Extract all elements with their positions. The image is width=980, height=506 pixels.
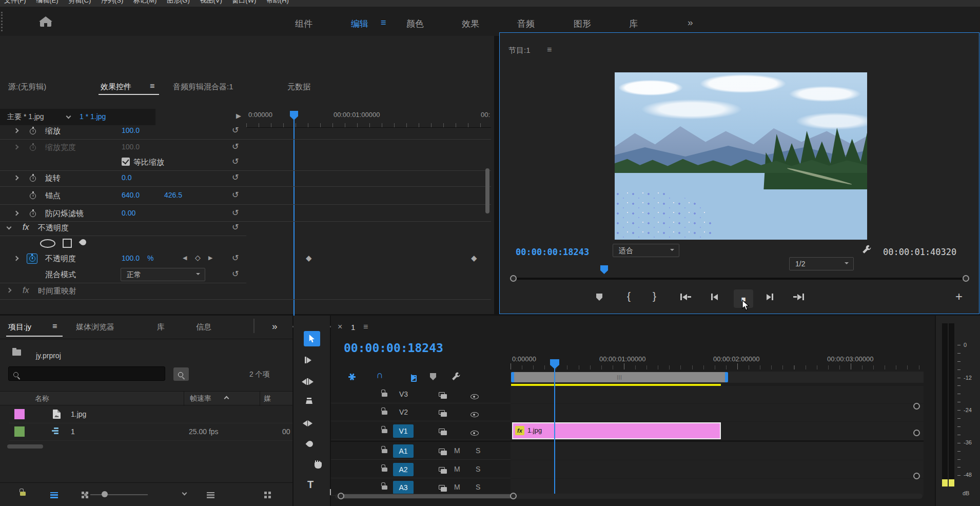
track-lane[interactable] bbox=[511, 442, 924, 460]
tab-media-browser[interactable]: 媒体浏览器 bbox=[76, 322, 114, 332]
panel-grip[interactable] bbox=[1, 12, 3, 31]
timeline-view-toggle-icon[interactable]: ▶ bbox=[236, 112, 241, 120]
kf-prev-icon[interactable]: ◀ bbox=[183, 255, 187, 261]
scrub-handle-right[interactable] bbox=[963, 275, 969, 282]
track-badge-a3[interactable]: A3 bbox=[393, 481, 414, 494]
reset-icon[interactable]: ↺ bbox=[232, 157, 239, 166]
blend-mode-select[interactable]: 正常 bbox=[121, 268, 205, 281]
property-value-y[interactable]: 426.5 bbox=[164, 191, 182, 199]
workspace-tab-editing[interactable]: 编辑 bbox=[351, 18, 368, 30]
reset-icon[interactable]: ↺ bbox=[232, 172, 239, 182]
kf-next-icon[interactable]: ▶ bbox=[208, 255, 212, 261]
sequence-clip-label[interactable]: 1 * 1.jpg bbox=[80, 112, 106, 121]
solo-icon[interactable]: S bbox=[476, 446, 480, 455]
ripple-edit-tool[interactable] bbox=[302, 378, 313, 385]
tab-effect-controls[interactable]: 效果控件 bbox=[101, 82, 131, 92]
stopwatch-icon[interactable] bbox=[30, 193, 36, 199]
workspace-overflow-icon[interactable]: » bbox=[688, 17, 693, 28]
menu-help[interactable]: 帮助(H) bbox=[266, 0, 289, 4]
sort-ascending-icon[interactable] bbox=[224, 396, 229, 401]
menu-edit[interactable]: 编辑(E) bbox=[36, 0, 58, 4]
automate-to-sequence-icon[interactable] bbox=[264, 492, 271, 498]
section-label[interactable]: 不透明度 bbox=[38, 223, 69, 233]
track-visibility-icon[interactable] bbox=[471, 394, 479, 399]
hscroll-handle-right[interactable] bbox=[510, 493, 517, 499]
tab-project[interactable]: 项目:jy bbox=[8, 322, 31, 332]
property-value[interactable]: 100.0 bbox=[122, 126, 140, 134]
workspace-tab-libraries[interactable]: 库 bbox=[629, 18, 638, 30]
zoom-slider-track[interactable] bbox=[90, 494, 148, 495]
video-scroll-handle-top[interactable] bbox=[913, 403, 920, 410]
expand-chevron-icon[interactable] bbox=[14, 145, 19, 150]
mark-in-icon[interactable]: { bbox=[627, 290, 631, 302]
track-badge-a2[interactable]: A2 bbox=[393, 463, 414, 476]
sort-caret-icon[interactable] bbox=[182, 491, 187, 496]
audio-scroll-handle[interactable] bbox=[913, 473, 920, 479]
mute-icon[interactable]: M bbox=[454, 446, 460, 455]
track-badge-v3[interactable]: V3 bbox=[399, 390, 408, 398]
menu-sequence[interactable]: 序列(S) bbox=[101, 0, 123, 4]
workspace-tab-graphics[interactable]: 图形 bbox=[574, 18, 591, 30]
project-row-image[interactable]: 1.jpg bbox=[0, 406, 292, 423]
timeline-playhead-line[interactable] bbox=[554, 368, 555, 496]
menu-view[interactable]: 视图(V) bbox=[200, 0, 222, 4]
source-patch-icon[interactable] bbox=[439, 485, 447, 492]
zoom-select[interactable]: 1/2 bbox=[789, 257, 854, 270]
video-scroll-handle-bottom[interactable] bbox=[913, 430, 920, 436]
expand-chevron-icon[interactable] bbox=[7, 288, 12, 293]
ec-vertical-scrollbar[interactable] bbox=[485, 168, 489, 213]
master-clip-label[interactable]: 主要 * 1.jpg bbox=[7, 112, 44, 122]
project-row-sequence[interactable]: 1 25.00 fps 00 bbox=[0, 423, 292, 440]
reset-icon[interactable]: ↺ bbox=[232, 208, 239, 218]
stopwatch-icon[interactable] bbox=[30, 176, 36, 182]
stopwatch-icon[interactable] bbox=[30, 211, 36, 217]
type-tool[interactable]: T bbox=[307, 479, 313, 491]
project-menu-icon[interactable]: ≡ bbox=[52, 322, 57, 331]
workspace-menu-icon[interactable]: ≡ bbox=[381, 17, 386, 28]
workspace-tab-color[interactable]: 颜色 bbox=[406, 18, 424, 30]
tab-metadata[interactable]: 元数据 bbox=[287, 82, 310, 92]
timeline-zoom-thumb[interactable]: ||| bbox=[511, 372, 728, 382]
track-lane[interactable] bbox=[511, 386, 924, 403]
column-framerate[interactable]: 帧速率 bbox=[190, 394, 211, 403]
column-media-start-clipped[interactable]: 媒 bbox=[264, 394, 271, 403]
project-overflow-icon[interactable]: » bbox=[272, 321, 278, 332]
keyframe-icon[interactable]: ◆ bbox=[471, 254, 477, 263]
source-patch-icon[interactable] bbox=[439, 467, 447, 474]
program-preview-image[interactable] bbox=[615, 72, 867, 240]
expand-chevron-icon[interactable] bbox=[14, 176, 19, 181]
project-writable-icon[interactable] bbox=[20, 492, 26, 496]
source-patch-icon[interactable] bbox=[439, 392, 447, 399]
tab-libraries[interactable]: 库 bbox=[157, 322, 165, 332]
sort-options-icon[interactable] bbox=[207, 492, 214, 498]
track-lock-icon[interactable] bbox=[382, 485, 387, 490]
workspace-tab-effects[interactable]: 效果 bbox=[462, 18, 479, 30]
label-color-chip[interactable] bbox=[14, 409, 25, 419]
reset-icon[interactable]: ↺ bbox=[232, 222, 239, 232]
tab-info[interactable]: 信息 bbox=[196, 322, 211, 332]
column-name[interactable]: 名称 bbox=[35, 394, 49, 403]
home-icon[interactable] bbox=[40, 21, 51, 27]
source-patch-icon[interactable] bbox=[439, 449, 447, 455]
item-name[interactable]: 1 bbox=[71, 427, 75, 436]
search-input[interactable] bbox=[8, 366, 165, 381]
reset-icon[interactable]: ↺ bbox=[232, 253, 239, 263]
pen-tool[interactable] bbox=[306, 440, 315, 449]
track-select-tool[interactable] bbox=[305, 357, 311, 363]
ellipse-mask-icon[interactable] bbox=[40, 239, 55, 248]
reset-icon[interactable]: ↺ bbox=[232, 269, 239, 279]
program-title[interactable]: 节目:1 bbox=[508, 46, 531, 55]
rect-mask-icon[interactable] bbox=[63, 239, 72, 248]
kf-add-icon[interactable]: ◇ bbox=[195, 254, 201, 262]
property-value[interactable]: 0.0 bbox=[122, 173, 131, 182]
keyframe-icon[interactable]: ◆ bbox=[306, 254, 312, 263]
menu-markers[interactable]: 标记(M) bbox=[133, 0, 157, 4]
reset-icon[interactable]: ↺ bbox=[232, 142, 239, 151]
solo-icon[interactable]: S bbox=[476, 465, 480, 473]
mute-icon[interactable]: M bbox=[454, 465, 460, 473]
mute-icon[interactable]: M bbox=[454, 483, 460, 491]
add-button-icon[interactable]: + bbox=[955, 289, 963, 304]
tab-audio-clip-mixer[interactable]: 音频剪辑混合器:1 bbox=[173, 82, 233, 92]
workspace-tab-assembly[interactable]: 组件 bbox=[295, 18, 312, 30]
source-patch-icon[interactable] bbox=[439, 410, 447, 417]
